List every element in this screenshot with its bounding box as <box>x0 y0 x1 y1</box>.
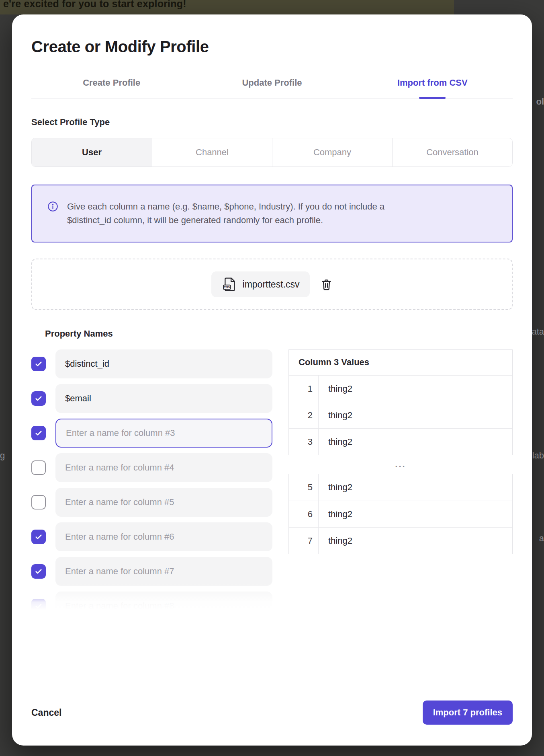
column-6-checkbox[interactable] <box>31 530 46 544</box>
create-or-modify-profile-dialog: Create or Modify Profile Create Profile … <box>12 14 532 746</box>
property-row-8 <box>31 592 272 610</box>
rows-ellipsis: ... <box>288 455 513 474</box>
checkmark-icon <box>34 567 43 576</box>
column-7-name-input[interactable] <box>55 557 272 586</box>
row-index: 1 <box>289 376 319 402</box>
background-banner-text: e're excited for you to start exploring! <box>3 0 186 10</box>
background-fragment: ata <box>532 327 544 337</box>
column-8-name-input[interactable] <box>55 592 272 610</box>
property-row-3 <box>31 419 272 448</box>
column-2-name-input[interactable] <box>55 384 272 413</box>
property-names-label: Property Names <box>45 329 513 339</box>
info-banner: Give each column a name (e.g. $name, $ph… <box>31 185 513 242</box>
column-values-header: Column 3 Values <box>289 350 512 375</box>
profile-type-company[interactable]: Company <box>272 138 392 166</box>
csv-file-icon: CSV <box>222 277 237 292</box>
row-index: 5 <box>289 474 319 501</box>
row-value: thing2 <box>319 474 512 501</box>
column-5-checkbox[interactable] <box>31 495 46 509</box>
property-row-2 <box>31 384 272 413</box>
row-index: 7 <box>289 528 319 554</box>
checkmark-icon <box>34 602 43 610</box>
row-value: thing2 <box>319 501 512 527</box>
column-values-preview: Column 3 Values 1 thing2 2 thing2 3 thin… <box>288 349 513 554</box>
column-3-checkbox[interactable] <box>31 426 46 440</box>
column-8-checkbox[interactable] <box>31 599 46 610</box>
column-3-name-input[interactable] <box>55 419 272 448</box>
row-value: thing2 <box>319 402 512 428</box>
profile-type-channel[interactable]: Channel <box>152 138 272 166</box>
column-6-name-input[interactable] <box>55 522 272 551</box>
table-row: 7 thing2 <box>289 527 512 554</box>
table-row: 6 thing2 <box>289 501 512 527</box>
table-row: 3 thing2 <box>289 428 512 455</box>
dialog-footer: Cancel Import 7 profiles <box>31 701 513 746</box>
uploaded-file-chip[interactable]: CSV importtest.csv <box>211 271 310 297</box>
column-4-checkbox[interactable] <box>31 460 46 475</box>
property-mapping-area: Column 3 Values 1 thing2 2 thing2 3 thin… <box>31 349 513 610</box>
background-fragment: g <box>0 450 5 461</box>
table-row: 1 thing2 <box>289 375 512 402</box>
profile-type-user[interactable]: User <box>32 138 152 166</box>
row-index: 2 <box>289 402 319 428</box>
property-row-7 <box>31 557 272 586</box>
row-index: 6 <box>289 501 319 527</box>
row-value: thing2 <box>319 429 512 455</box>
tab-import-from-csv[interactable]: Import from CSV <box>352 78 513 88</box>
table-row: 5 thing2 <box>289 474 512 501</box>
cancel-button[interactable]: Cancel <box>31 707 61 718</box>
property-row-6 <box>31 522 272 551</box>
property-row-5 <box>31 488 272 517</box>
tab-bar: Create Profile Update Profile Import fro… <box>31 78 513 99</box>
info-icon <box>47 201 58 212</box>
column-1-name-input[interactable] <box>55 349 272 378</box>
column-values-table-bottom: 5 thing2 6 thing2 7 thing2 <box>288 474 513 554</box>
delete-file-icon[interactable] <box>320 278 333 291</box>
background-fragment: ol <box>536 97 544 107</box>
checkmark-icon <box>34 429 43 438</box>
info-banner-line-1: Give each column a name (e.g. $name, $ph… <box>67 200 384 214</box>
uploaded-file-name: importtest.csv <box>243 279 300 290</box>
table-row: 2 thing2 <box>289 402 512 428</box>
property-rows-list <box>31 349 272 610</box>
import-profiles-button[interactable]: Import 7 profiles <box>423 701 513 725</box>
csv-dropzone[interactable]: CSV importtest.csv <box>31 259 513 310</box>
column-5-name-input[interactable] <box>55 488 272 517</box>
background-banner: e're excited for you to start exploring! <box>0 0 454 14</box>
checkmark-icon <box>34 394 43 403</box>
tab-create-profile[interactable]: Create Profile <box>31 78 192 88</box>
row-value: thing2 <box>319 376 512 402</box>
column-2-checkbox[interactable] <box>31 391 46 406</box>
row-value: thing2 <box>319 528 512 554</box>
svg-text:CSV: CSV <box>223 286 230 289</box>
column-4-name-input[interactable] <box>55 453 272 482</box>
profile-type-conversation[interactable]: Conversation <box>392 138 512 166</box>
column-1-checkbox[interactable] <box>31 357 46 371</box>
row-index: 3 <box>289 429 319 455</box>
info-banner-line-2: $distinct_id column, it will be generate… <box>67 214 384 227</box>
checkmark-icon <box>34 360 43 368</box>
background-fragment: lab <box>532 450 544 461</box>
info-banner-text: Give each column a name (e.g. $name, $ph… <box>67 200 384 227</box>
dialog-title: Create or Modify Profile <box>31 38 513 56</box>
checkmark-icon <box>34 532 43 541</box>
select-profile-type-label: Select Profile Type <box>31 117 513 127</box>
property-row-1 <box>31 349 272 378</box>
property-row-4 <box>31 453 272 482</box>
profile-type-selector: User Channel Company Conversation <box>31 138 513 167</box>
tab-update-profile[interactable]: Update Profile <box>192 78 352 88</box>
background-fragment: a <box>539 533 544 544</box>
column-values-table-top: Column 3 Values 1 thing2 2 thing2 3 thin… <box>288 349 513 455</box>
column-7-checkbox[interactable] <box>31 564 46 579</box>
active-tab-indicator <box>419 97 446 99</box>
